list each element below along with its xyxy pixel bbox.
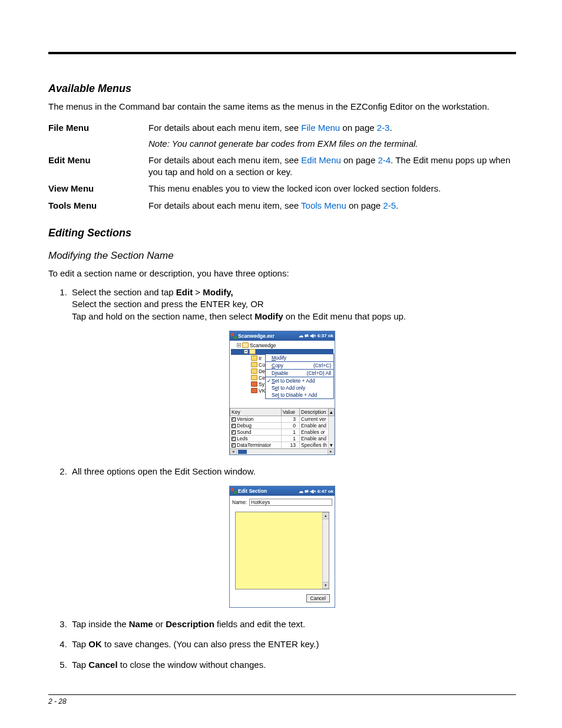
screenshot-scanwedge: Scanwedge.exr ☁ ⇄ ◀× 6:37 ok Scanwedge [229,331,335,455]
horizontal-scrollbar[interactable]: ◂ ▸ [230,449,335,454]
sync-icon: ⇄ [305,333,309,338]
clock-1: 6:37 [318,333,327,338]
tree-item[interactable]: Ce [259,375,265,381]
edit-menu-link[interactable]: Edit Menu [301,155,341,165]
checkbox-icon[interactable] [232,443,236,447]
scroll-right-icon[interactable]: ▸ [328,449,335,454]
folder-icon [251,368,257,374]
heading-modifying-name: Modifying the Section Name [48,250,516,262]
sync-icon: ⇄ [305,489,309,494]
menu-item-disable[interactable]: Disable (Ctrl+D) All [266,370,333,377]
tools-menu-desc: For details about each menu item, see To… [148,197,516,214]
context-menu[interactable]: Modify Copy (Ctrl+C) Disable (Ctrl+D) Al… [265,354,334,399]
title-text-2: Edit Section [238,488,299,494]
scroll-down-icon[interactable]: ▾ [329,416,335,448]
scroll-up-icon[interactable]: ▴ [323,512,329,519]
scroll-down-icon[interactable]: ▾ [323,582,329,589]
heading-editing-sections: Editing Sections [48,227,516,239]
file-menu-page-link[interactable]: 2-3 [377,123,390,133]
table-row[interactable]: DataTerminator13Specifies th [230,442,335,448]
locked-folder-icon [251,388,257,393]
menu-item-copy[interactable]: Copy (Ctrl+C) [266,362,333,370]
collapse-icon[interactable] [237,343,241,347]
description-textarea[interactable]: ▴ ▾ [235,512,329,589]
th-key[interactable]: Key [230,408,282,416]
checkbox-icon[interactable] [232,430,236,434]
view-menu-desc: This menu enables you to view the locked… [148,180,516,197]
tools-menu-label: Tools Menu [48,197,148,214]
collapse-icon[interactable] [244,350,248,354]
top-rule [48,52,516,54]
menus-table: File Menu For details about each menu it… [48,120,516,214]
table-row[interactable]: Version3Current ver▾ [230,416,335,422]
tree-item[interactable]: Ir [259,355,262,361]
page-footer: 2 - 28 [48,694,516,706]
checkbox-icon[interactable] [232,437,236,441]
step-4: Tap OK to save changes. (You can also pr… [70,638,516,650]
folder-icon [242,342,249,348]
th-value[interactable]: Value [281,408,299,416]
table-row[interactable]: Debug0Enable and [230,422,335,429]
step-2: All three options open the Edit Section … [70,466,516,477]
tools-menu-page-link[interactable]: 2-5 [383,200,396,210]
key-table[interactable]: Key Value Description ▴ Version3Current … [230,408,335,449]
folder-icon [249,349,256,354]
checkbox-icon[interactable] [232,424,236,428]
view-menu-label: View Menu [48,180,148,197]
tree-view[interactable]: Scanwedge Ir Co De Ce Sy VK Modify [230,341,335,406]
steps-list-cont: All three options open the Edit Section … [48,466,516,477]
signal-icon: ☁ [299,333,303,338]
clock-2: 6:47 [318,489,327,494]
scroll-up-icon[interactable]: ▴ [329,408,335,416]
menu-item-set-add-only[interactable]: Set to Add only [266,384,333,391]
edit-menu-label: Edit Menu [48,152,148,181]
menu-item-modify[interactable]: Modify [266,354,333,362]
ok-button-2[interactable]: ok [328,489,333,494]
titlebar-2: Edit Section ☁ ⇄ ◀× 6:47 ok [230,486,335,496]
folder-icon [251,355,257,361]
title-text-1: Scanwedge.exr [238,333,299,339]
name-label: Name: [232,499,247,505]
file-menu-link[interactable]: File Menu [301,123,340,133]
intro-paragraph: The menus in the Command bar contain the… [48,101,516,113]
modifying-intro: To edit a section name or description, y… [48,268,516,279]
steps-list-cont2: Tap inside the Name or Description field… [48,618,516,671]
volume-icon: ◀× [310,333,316,338]
th-description[interactable]: Description [300,408,329,416]
vertical-scrollbar[interactable]: ▴ ▾ [322,512,329,589]
titlebar-1: Scanwedge.exr ☁ ⇄ ◀× 6:37 ok [230,331,335,341]
tree-item[interactable]: VK [259,388,265,394]
scroll-thumb[interactable] [238,450,247,454]
menu-item-set-disable-add[interactable]: Set to Disable + Add [266,391,333,398]
step-1: Select the section and tap Edit > Modify… [70,286,516,322]
file-menu-label: File Menu [48,120,148,152]
app-icon [231,333,237,339]
scroll-left-icon[interactable]: ◂ [230,449,237,454]
menu-item-set-delete-add[interactable]: ✓ Set to Delete + Add [266,377,333,384]
file-menu-note: Note: You cannot generate bar codes from… [148,138,516,150]
table-row[interactable]: Sound1Enables or [230,429,335,435]
volume-icon: ◀× [310,489,316,494]
name-input[interactable] [249,499,332,506]
table-row[interactable]: Leds1Enable and [230,435,335,442]
step-3: Tap inside the Name or Description field… [70,618,516,630]
tools-menu-link[interactable]: Tools Menu [301,200,346,210]
file-menu-desc: For details about each menu item, see Fi… [148,120,516,152]
step-5: Tap Cancel to close the window without c… [70,659,516,671]
tree-item[interactable]: Sy [259,381,265,387]
edit-menu-desc: For details about each menu item, see Ed… [148,152,516,181]
checkbox-icon[interactable] [232,417,236,421]
ok-button-1[interactable]: ok [328,333,333,338]
heading-available-menus: Available Menus [48,83,516,95]
folder-icon [251,375,257,380]
locked-folder-icon [251,381,257,387]
cancel-button[interactable]: Cancel [306,594,330,602]
tree-root[interactable]: Scanwedge [250,342,276,348]
steps-list: Select the section and tap Edit > Modify… [48,286,516,322]
signal-icon: ☁ [299,489,303,494]
tree-item[interactable]: De [259,368,265,374]
screenshot-edit-section: Edit Section ☁ ⇄ ◀× 6:47 ok Name: ▴ [229,486,335,608]
folder-icon [251,362,257,367]
edit-menu-page-link[interactable]: 2-4 [378,155,391,165]
tree-item[interactable]: Co [259,362,265,368]
